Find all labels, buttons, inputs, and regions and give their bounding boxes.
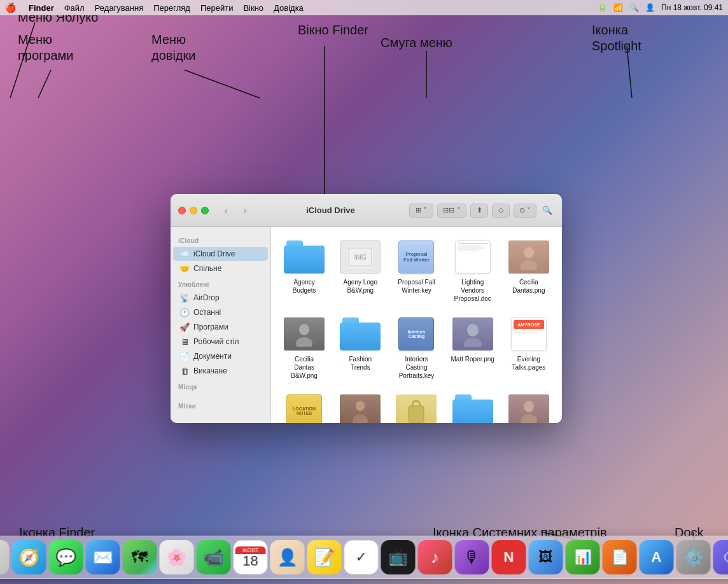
dock-icon-keynote[interactable]: 🖼 [529,540,563,574]
toolbar-icons: ⊞ ˅ ⊟⊟ ˅ ⬆ ◇ ⊙ ˅ 🔍 [409,204,554,218]
file-item-ageny-logo[interactable]: IMG Ageny LogoB&W.png [335,235,386,307]
traffic-lights [178,207,209,214]
dock-icon-news[interactable]: N [492,540,526,574]
sidebar-section-places: Місця [171,379,270,393]
sidebar-section-tags: Мітки [171,398,270,412]
dock-icon-notes[interactable]: 📝 [307,540,342,574]
apple-menu[interactable]: 🍎 [5,3,16,13]
back-button[interactable]: ‹ [219,204,233,218]
search-button[interactable]: 🔍 [540,204,554,218]
svg-point-23 [521,414,537,423]
file-name: CeciliaDantas B&W.png [281,355,327,380]
file-item-interiors[interactable]: InteriorsCasting Interiors CastingPortra… [391,312,442,384]
file-item-vera[interactable]: Vera San.png [503,389,554,423]
maximize-button[interactable] [201,207,209,214]
downloads-icon: 🗑 [179,366,190,376]
dock-icon-system-preferences[interactable]: ⚙️ [676,540,711,574]
file-item-fashion-trends[interactable]: FashionTrends [335,312,386,384]
view-menu[interactable]: Перегляд [153,3,190,13]
view-grid-button[interactable]: ⊞ ˅ [409,204,433,218]
dock-icon-numbers[interactable]: 📊 [566,540,600,574]
view-list-button[interactable]: ⊟⊟ ˅ [437,204,466,218]
forward-button[interactable]: › [238,204,252,218]
edit-menu[interactable]: Редагування [95,3,144,13]
close-button[interactable] [178,207,186,214]
dock-icon-contacts[interactable]: 👤 [270,540,305,574]
dock-icon-reminders[interactable]: ✓ [344,540,379,574]
finder-menu[interactable]: Finder [29,3,54,13]
action-button[interactable]: ⊙ ˅ [514,204,536,218]
file-name: Lighting VendorsProposal.doc [450,278,496,303]
photo-preview [508,240,549,274]
dock-icon-safari[interactable]: 🧭 [12,540,46,574]
minimize-button[interactable] [190,207,197,214]
doc-file-icon [455,240,491,274]
sidebar-item-label: Спільне [193,264,221,273]
sidebar-item-label: Викачане [193,366,227,375]
dock-icon-music[interactable]: ♪ [418,540,452,574]
photo-bw-preview [284,317,325,351]
dock-icon-launchpad[interactable]: ⊞ [0,540,10,574]
svg-text:IMG: IMG [354,254,367,261]
dock-icon-pages[interactable]: 📄 [603,540,637,574]
dock-icon-appletv[interactable]: 📺 [381,540,416,574]
dock-icon-messages[interactable]: 💬 [49,540,83,574]
sidebar-item-recents[interactable]: 🕐 Останні [173,305,268,319]
file-thumb [506,393,552,423]
file-item-matt[interactable]: Matt Roper.png [447,312,498,384]
share-button[interactable]: ⬆ [470,204,488,218]
help-menu[interactable]: Довідка [274,3,304,13]
go-menu[interactable]: Перейти [200,3,234,13]
file-name: CeciliaDantas.png [512,278,545,295]
file-item-tote-bag[interactable]: Tote Bag.jpg [391,389,442,423]
file-name: Interiors CastingPortraits.key [393,355,439,380]
documents-icon: 📄 [179,351,190,361]
dock-icon-mail[interactable]: ✉️ [86,540,120,574]
spotlight-icon[interactable]: 🔍 [629,3,639,12]
file-item-cecilia[interactable]: CeciliaDantas.png [503,235,554,307]
svg-point-18 [464,338,482,347]
file-thumb [337,393,383,423]
file-item-evening-talks[interactable]: AMYROSE EveningTalks.pages [503,312,554,384]
svg-point-17 [467,324,479,337]
file-item-agency-budgets[interactable]: AgencyBudgets [279,235,330,307]
dock-icon-podcasts[interactable]: 🎙 [455,540,489,574]
dock-icon-facetime[interactable]: 📹 [197,540,231,574]
key-file-icon: ProposalFall Winter [398,240,434,274]
file-item-talent-deck[interactable]: Talent Deck [447,389,498,423]
sidebar-item-icloud-drive[interactable]: ☁️ iCloud Drive [173,247,268,261]
svg-point-20 [353,414,368,423]
sidebar-item-label: Останні [193,308,221,317]
sidebar-item-airdrop[interactable]: 📡 AirDrop [173,291,268,305]
file-area: AgencyBudgets IMG Ageny LogoB&W.png [271,227,562,423]
dock-icon-calendar[interactable]: ЖОВТ 18 [234,540,268,574]
finder-window: ‹ › iCloud Drive ⊞ ˅ ⊟⊟ ˅ ⬆ ◇ ⊙ ˅ 🔍 iClo… [171,194,562,423]
sidebar-item-shared[interactable]: 🤝 Спільне [173,261,268,275]
datetime: Пн 18 жовт. 09:41 [661,3,723,12]
window-menu[interactable]: Вікно [243,3,263,13]
sidebar-item-documents[interactable]: 📄 Документи [173,349,268,363]
file-thumb: AMYROSE [506,316,552,352]
sidebar-item-applications[interactable]: 🚀 Програми [173,320,268,334]
sidebar-item-label: iCloud Drive [193,249,235,258]
file-thumb: LOCATIONNOTES [281,393,327,423]
sidebar-item-downloads[interactable]: 🗑 Викачане [173,364,268,378]
file-item-abby[interactable]: Abby.png [335,389,386,423]
dock-icon-photos[interactable]: 🌸 [160,540,194,574]
dock-icon-appstore[interactable]: A [640,540,674,574]
dock-icon-maps[interactable]: 🗺 [123,540,157,574]
file-item-cecilia-bw[interactable]: CeciliaDantas B&W.png [279,312,330,384]
wifi-icon: 📶 [613,3,623,12]
sidebar-item-desktop[interactable]: 🖥 Робочий стіл [173,335,268,349]
dock-icon-screentime[interactable]: ⏱ [713,540,729,574]
file-thumb [450,316,496,352]
file-menu[interactable]: Файл [64,3,85,13]
tag-button[interactable]: ◇ [492,204,510,218]
file-item-proposal[interactable]: ProposalFall Winter Proposal FallWinter.… [391,235,442,307]
svg-line-1 [38,70,51,98]
menu-bar-right: 🔋 📶 🔍 👤 Пн 18 жовт. 09:41 [598,3,723,12]
file-item-lighting[interactable]: Lighting VendorsProposal.doc [447,235,498,307]
file-name: FashionTrends [349,355,372,372]
file-name: Ageny LogoB&W.png [344,278,377,295]
file-item-locations[interactable]: LOCATIONNOTES LocationsNotes.key [279,389,330,423]
